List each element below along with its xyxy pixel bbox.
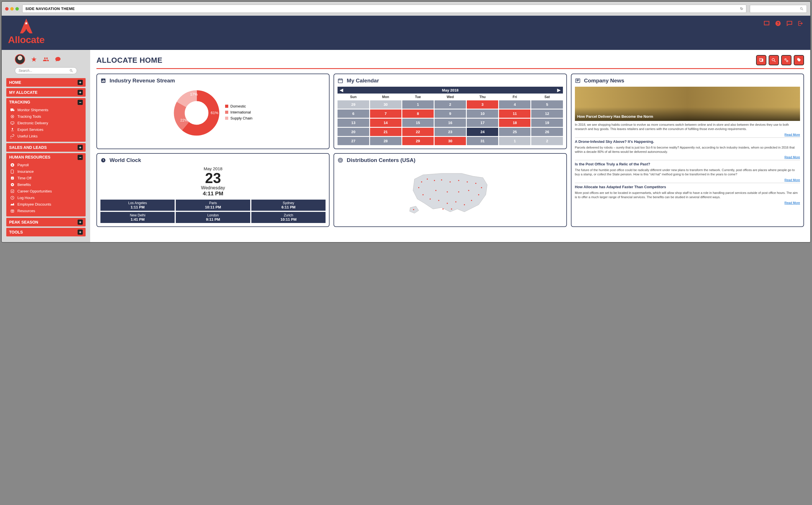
calendar-day[interactable]: 20	[337, 128, 369, 136]
reload-icon[interactable]: ↻	[740, 7, 743, 11]
nav-peak-season[interactable]: PEAK SEASON +	[6, 218, 86, 226]
svg-text:?: ?	[777, 21, 779, 26]
close-dot[interactable]	[5, 7, 9, 11]
expand-icon[interactable]: +	[78, 90, 83, 95]
calendar-day[interactable]: 14	[370, 119, 401, 127]
svg-rect-29	[339, 79, 343, 83]
search-icon	[800, 7, 804, 11]
nav-useful-links[interactable]: Useful Links	[9, 133, 83, 139]
read-more-link[interactable]: Read More	[575, 178, 800, 182]
calendar-day[interactable]: 4	[499, 101, 530, 109]
nav-career[interactable]: Career Opportunities	[9, 188, 83, 194]
calendar-day[interactable]: 25	[499, 128, 530, 136]
tag-button[interactable]	[794, 55, 804, 65]
collapse-icon[interactable]: −	[78, 100, 83, 105]
window-controls[interactable]	[5, 7, 19, 11]
calendar-day[interactable]: 2	[531, 137, 563, 145]
url-bar[interactable]: SIDE NAVIGATION THEME ↻	[22, 5, 747, 13]
read-more-link[interactable]: Read More	[575, 133, 800, 136]
calendar-day[interactable]: 28	[370, 137, 401, 145]
calendar-day[interactable]: 26	[531, 128, 563, 136]
calendar-day[interactable]: 29	[337, 101, 369, 109]
nav-log-hours[interactable]: Log Hours	[9, 194, 83, 201]
calendar-day[interactable]: 23	[434, 128, 466, 136]
calendar-day[interactable]: 27	[337, 137, 369, 145]
calendar-day[interactable]: 2	[434, 101, 466, 109]
comment-icon[interactable]	[55, 56, 61, 62]
expand-icon[interactable]: +	[78, 145, 83, 150]
collapse-icon[interactable]: −	[78, 155, 83, 160]
add-button[interactable]	[756, 55, 766, 65]
nav-tools[interactable]: TOOLS +	[6, 228, 86, 236]
calendar-day[interactable]: 3	[467, 101, 498, 109]
nav-payroll[interactable]: $Payroll	[9, 162, 83, 168]
chart-icon	[101, 78, 106, 83]
calendar-day[interactable]: 11	[499, 110, 530, 118]
usa-map[interactable]	[337, 166, 563, 217]
calendar-day[interactable]: 30	[370, 101, 401, 109]
nav-tracking-header[interactable]: TRACKING −	[9, 100, 83, 105]
nav-hr-header[interactable]: HUMAN RESOURCES −	[9, 155, 83, 160]
nav-home[interactable]: HOME +	[6, 78, 86, 87]
expand-icon[interactable]: +	[78, 80, 83, 85]
calendar-day[interactable]: 1	[402, 101, 434, 109]
nav-sales-leads[interactable]: SALES AND LEADS +	[6, 143, 86, 152]
svg-point-16	[786, 60, 788, 61]
nav-benefits[interactable]: Benefits	[9, 181, 83, 188]
expand-icon[interactable]: +	[78, 229, 83, 235]
calendar-day[interactable]: 16	[434, 119, 466, 127]
calendar-day[interactable]: 7	[370, 110, 401, 118]
calendar-day[interactable]: 9	[434, 110, 466, 118]
search-button[interactable]	[769, 55, 779, 65]
nav-export-services[interactable]: Export Services	[9, 126, 83, 133]
calendar-day[interactable]: 17	[467, 119, 498, 127]
calendar-day[interactable]: 18	[499, 119, 530, 127]
nav-electronic-delivery[interactable]: Electronic Delivery	[9, 120, 83, 126]
nav-my-allocate[interactable]: MY ALLOCATE +	[6, 88, 86, 97]
calendar-day[interactable]: 1	[499, 137, 530, 145]
read-more-link[interactable]: Read More	[575, 155, 800, 159]
page-title: ALLOCATE HOME	[97, 56, 162, 65]
calendar-day[interactable]: 24	[467, 128, 498, 136]
users-icon[interactable]	[43, 56, 49, 62]
next-month-icon[interactable]: ▶	[557, 88, 561, 93]
svg-point-41	[467, 181, 468, 182]
calendar-day[interactable]: 30	[434, 137, 466, 145]
sidebar-search[interactable]: Search...	[15, 67, 77, 74]
nav-employee-discounts[interactable]: Employee Discounts	[9, 201, 83, 208]
calendar-day[interactable]: 22	[402, 128, 434, 136]
calendar-day[interactable]: 8	[402, 110, 434, 118]
calendar-day[interactable]: 13	[337, 119, 369, 127]
svg-point-54	[447, 191, 448, 192]
star-icon[interactable]	[31, 56, 37, 62]
brand-logo[interactable]: Allocate	[8, 18, 44, 45]
news-featured-image[interactable]: How Parcel Delivery Has Become the Norm	[575, 87, 800, 121]
chat-icon[interactable]	[786, 20, 793, 26]
calendar-day[interactable]: 15	[402, 119, 434, 127]
nav-monitor-shipments[interactable]: Monitor Shipments	[9, 107, 83, 113]
nav-tracking-tools[interactable]: Tracking Tools	[9, 113, 83, 120]
calendar-day[interactable]: 31	[467, 137, 498, 145]
prev-month-icon[interactable]: ◀	[340, 88, 343, 93]
nav-time-off[interactable]: Time Off	[9, 175, 83, 181]
calendar-day[interactable]: 5	[531, 101, 563, 109]
calendar-day[interactable]: 12	[531, 110, 563, 118]
minimize-dot[interactable]	[10, 7, 14, 11]
screen-icon[interactable]	[764, 20, 770, 26]
nav-resources[interactable]: Resources	[9, 208, 83, 214]
settings-button[interactable]	[781, 55, 792, 65]
nav-insurance[interactable]: Insurance	[9, 168, 83, 175]
read-more-link[interactable]: Read More	[575, 201, 800, 204]
maximize-dot[interactable]	[15, 7, 19, 11]
calendar-day[interactable]: 10	[467, 110, 498, 118]
calendar-day[interactable]: 19	[531, 119, 563, 127]
calendar-day[interactable]: 6	[337, 110, 369, 118]
browser-search[interactable]	[750, 5, 807, 13]
logout-icon[interactable]	[798, 20, 804, 26]
calendar-day[interactable]: 29	[402, 137, 434, 145]
user-avatar[interactable]	[15, 54, 25, 64]
calendar-day[interactable]: 21	[370, 128, 401, 136]
expand-icon[interactable]: +	[78, 219, 83, 225]
help-icon[interactable]: ?	[775, 20, 781, 26]
nav-tracking: TRACKING − Monitor Shipments Tracking To…	[6, 98, 86, 142]
